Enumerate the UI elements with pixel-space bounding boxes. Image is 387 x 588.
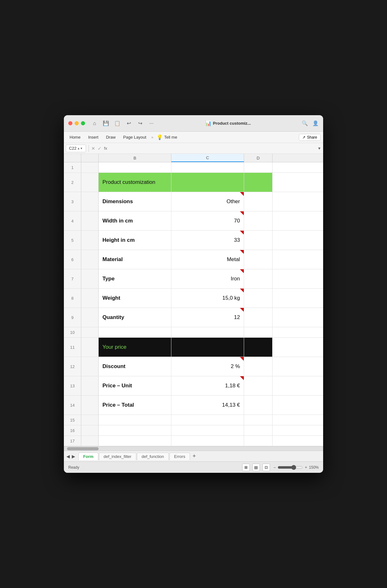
cell-b15[interactable] <box>99 415 171 425</box>
cell-c2[interactable] <box>171 173 244 192</box>
col-header-c[interactable]: C <box>171 154 244 162</box>
tab-def-function[interactable]: def_function <box>137 453 169 460</box>
confirm-formula-icon[interactable]: ✓ <box>98 146 101 151</box>
prev-tab-icon[interactable]: ◀ <box>66 454 70 459</box>
cell-a12[interactable] <box>81 357 99 376</box>
redo-icon[interactable]: ↪ <box>137 120 143 127</box>
cell-a6[interactable] <box>81 250 99 269</box>
cell-d12[interactable] <box>244 357 273 376</box>
undo-icon[interactable]: ↩ <box>126 120 132 127</box>
cell-d4[interactable] <box>244 211 273 230</box>
cell-a17[interactable] <box>81 436 99 446</box>
tell-me-label[interactable]: Tell me <box>164 135 177 140</box>
cell-b9[interactable]: Quantity <box>99 308 171 327</box>
cell-a8[interactable] <box>81 289 99 308</box>
save-icon[interactable]: 💾 <box>103 120 109 127</box>
cell-a1[interactable] <box>81 162 99 172</box>
col-header-a[interactable] <box>81 154 99 162</box>
cell-c8[interactable]: 15,0 kg <box>171 289 244 308</box>
cell-c6[interactable]: Metal <box>171 250 244 269</box>
cell-a3[interactable] <box>81 192 99 211</box>
cell-b6[interactable]: Material <box>99 250 171 269</box>
cell-a2[interactable] <box>81 173 99 192</box>
share-button[interactable]: ↗ Share <box>299 134 321 141</box>
cell-b5[interactable]: Height in cm <box>99 231 171 250</box>
cell-c10[interactable] <box>171 327 244 337</box>
cell-d1[interactable] <box>244 162 273 172</box>
normal-view-icon[interactable]: ⊞ <box>242 464 250 471</box>
cell-d10[interactable] <box>244 327 273 337</box>
cell-d14[interactable] <box>244 396 273 415</box>
horizontal-scrollbar[interactable] <box>64 446 323 451</box>
cell-a11[interactable] <box>81 338 99 357</box>
next-tab-icon[interactable]: ▶ <box>72 454 75 459</box>
cell-d16[interactable] <box>244 425 273 435</box>
home-icon[interactable]: ⌂ <box>91 120 98 127</box>
cell-d2[interactable] <box>244 173 273 192</box>
menu-draw[interactable]: Draw <box>103 134 119 141</box>
add-sheet-button[interactable]: + <box>191 453 198 460</box>
cell-d9[interactable] <box>244 308 273 327</box>
cell-b17[interactable] <box>99 436 171 446</box>
menu-home[interactable]: Home <box>66 134 84 141</box>
cell-b4[interactable]: Width in cm <box>99 211 171 230</box>
cell-c14[interactable]: 14,13 € <box>171 396 244 415</box>
close-button[interactable] <box>68 121 72 125</box>
maximize-button[interactable] <box>81 121 85 125</box>
tab-def-index-filter[interactable]: def_index_filter <box>99 453 136 460</box>
cell-c17[interactable] <box>171 436 244 446</box>
cell-b10[interactable] <box>99 327 171 337</box>
zoom-in-icon[interactable]: + <box>305 465 307 470</box>
cell-reference-box[interactable]: C22 ▲▼ <box>66 145 86 152</box>
cell-b11[interactable]: Your price <box>99 338 171 357</box>
minimize-button[interactable] <box>75 121 79 125</box>
tab-errors[interactable]: Errors <box>169 453 190 460</box>
cell-c13[interactable]: 1,18 € <box>171 376 244 395</box>
cell-c1[interactable] <box>171 162 244 172</box>
cell-c3[interactable]: Other <box>171 192 244 211</box>
cell-b16[interactable] <box>99 425 171 435</box>
cancel-formula-icon[interactable]: ✕ <box>91 146 95 151</box>
cell-c11[interactable] <box>171 338 244 357</box>
scrollbar-thumb[interactable] <box>67 447 99 450</box>
cell-b2[interactable]: Product customization <box>99 173 171 192</box>
zoom-out-icon[interactable]: – <box>274 465 276 470</box>
cell-a13[interactable] <box>81 376 99 395</box>
cell-d3[interactable] <box>244 192 273 211</box>
cell-b13[interactable]: Price – Unit <box>99 376 171 395</box>
cell-a15[interactable] <box>81 415 99 425</box>
cell-a16[interactable] <box>81 425 99 435</box>
tab-form[interactable]: Form <box>78 453 98 460</box>
col-header-b[interactable]: B <box>99 154 171 162</box>
cell-c12[interactable]: 2 % <box>171 357 244 376</box>
cell-c15[interactable] <box>171 415 244 425</box>
cell-d5[interactable] <box>244 231 273 250</box>
zoom-slider[interactable] <box>278 465 303 470</box>
menu-insert[interactable]: Insert <box>85 134 102 141</box>
cell-b3[interactable]: Dimensions <box>99 192 171 211</box>
cell-d13[interactable] <box>244 376 273 395</box>
cell-a9[interactable] <box>81 308 99 327</box>
save-as-icon[interactable]: 📋 <box>114 120 120 127</box>
cell-a4[interactable] <box>81 211 99 230</box>
cell-c7[interactable]: Iron <box>171 269 244 288</box>
cell-c16[interactable] <box>171 425 244 435</box>
formula-input[interactable] <box>108 145 316 152</box>
cell-d15[interactable] <box>244 415 273 425</box>
cell-b7[interactable]: Type <box>99 269 171 288</box>
cell-d6[interactable] <box>244 250 273 269</box>
cell-c4[interactable]: 70 <box>171 211 244 230</box>
col-header-d[interactable]: D <box>244 154 273 162</box>
cell-b8[interactable]: Weight <box>99 289 171 308</box>
cell-c9[interactable]: 12 <box>171 308 244 327</box>
cell-b1[interactable] <box>99 162 171 172</box>
profile-icon[interactable]: 👤 <box>312 120 319 126</box>
cell-a7[interactable] <box>81 269 99 288</box>
page-break-icon[interactable]: ▤ <box>252 464 260 471</box>
cell-d11[interactable] <box>244 338 273 357</box>
cell-b14[interactable]: Price – Total <box>99 396 171 415</box>
cell-d7[interactable] <box>244 269 273 288</box>
page-layout-icon[interactable]: ⊡ <box>262 464 270 471</box>
cell-a10[interactable] <box>81 327 99 337</box>
cell-a5[interactable] <box>81 231 99 250</box>
